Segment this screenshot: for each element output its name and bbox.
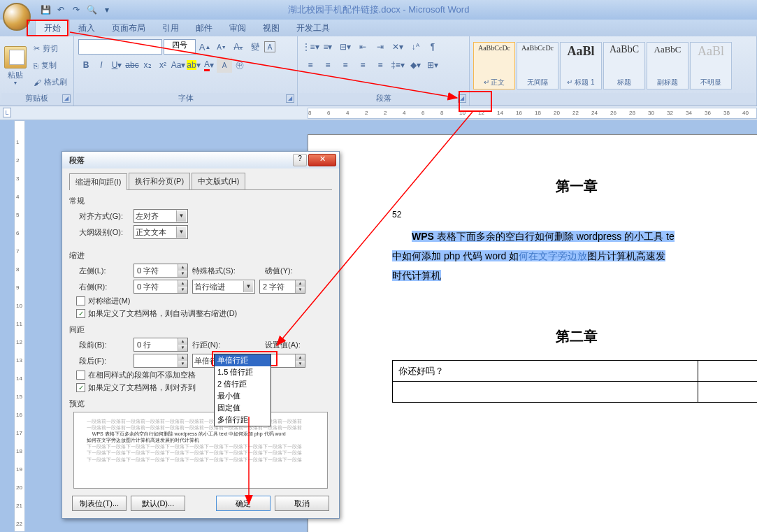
subscript-button[interactable]: x₂ — [140, 57, 155, 73]
tabs-button[interactable]: 制表位(T)... — [72, 496, 127, 511]
bold-button[interactable]: B — [78, 57, 94, 73]
style-item-5[interactable]: AaBl不明显 — [690, 42, 732, 89]
cancel-button[interactable]: 取消 — [275, 496, 329, 511]
special-format-combo[interactable]: 首行缩进▼ — [192, 280, 255, 294]
font-size-combo[interactable]: 四号 — [164, 39, 196, 55]
char-shading-button[interactable]: A — [217, 57, 232, 73]
left-indent-label: 左侧(L): — [79, 266, 129, 276]
dropdown-item[interactable]: 固定值 — [215, 402, 271, 414]
at-label: 设置值(A): — [265, 340, 304, 350]
right-indent-spinner[interactable]: 0 字符▲▼ — [134, 280, 188, 294]
left-indent-spinner[interactable]: 0 字符▲▼ — [134, 264, 188, 278]
outline-combo[interactable]: 正文文本▼ — [134, 225, 188, 239]
style-item-3[interactable]: AaBbC标题 — [603, 42, 645, 89]
tab-developer[interactable]: 开发工具 — [288, 20, 338, 36]
snap-grid-checkbox[interactable]: ✓ — [76, 383, 85, 392]
horizontal-ruler[interactable]: 8642246810121416182022242628303234363840 — [308, 108, 757, 119]
table-cell[interactable] — [393, 382, 698, 403]
bullets-icon[interactable]: ⋮≡▾ — [302, 39, 319, 55]
enclosed-char-button[interactable]: ㊥ — [232, 57, 247, 73]
format-painter-button[interactable]: 🖌格式刷 — [31, 75, 70, 90]
font-name-combo[interactable] — [78, 39, 162, 55]
align-right-icon[interactable]: ≡ — [337, 57, 354, 73]
table-cell[interactable] — [698, 382, 757, 403]
font-color-button[interactable]: A▾ — [201, 57, 217, 73]
dlg-tab-asian[interactable]: 中文版式(H) — [192, 173, 245, 189]
tab-selector[interactable]: L — [3, 108, 11, 117]
auto-adjust-checkbox[interactable]: ✓ — [76, 309, 85, 318]
dialog-titlebar[interactable]: 段落 ? ✕ — [62, 152, 339, 168]
default-button[interactable]: 默认(D)... — [131, 496, 185, 511]
mirror-indent-checkbox[interactable] — [76, 296, 85, 305]
font-launcher[interactable]: ◢ — [286, 94, 294, 103]
superscript-button[interactable]: x² — [155, 57, 171, 73]
table-cell[interactable]: 你还好吗？ — [393, 361, 698, 382]
paragraph-dialog: 段落 ? ✕ 缩进和间距(I) 换行和分页(P) 中文版式(H) 常规 对齐方式… — [62, 151, 340, 519]
tab-layout[interactable]: 页面布局 — [103, 20, 154, 36]
increase-indent-icon[interactable]: ⇥ — [372, 39, 389, 55]
char-border-icon[interactable]: A — [264, 41, 275, 52]
clear-format-icon[interactable]: Aₓ — [231, 39, 246, 55]
vertical-ruler[interactable]: 12345678910111213141516171819202122 — [14, 120, 25, 532]
change-case-button[interactable]: Aa▾ — [171, 57, 186, 73]
tab-mailings[interactable]: 邮件 — [187, 20, 221, 36]
document-table[interactable]: 你还好吗？ — [392, 360, 757, 403]
scissors-icon: ✂ — [34, 44, 40, 53]
after-spinner[interactable]: ▲▼ — [134, 354, 188, 368]
style-item-2[interactable]: AaBl↵ 标题 1 — [560, 42, 602, 89]
tab-view[interactable]: 视图 — [254, 20, 288, 36]
grow-font-icon[interactable]: A▲ — [197, 39, 212, 55]
print-preview-icon[interactable]: 🔍 — [85, 3, 98, 16]
asian-layout-icon[interactable]: ✕▾ — [389, 39, 406, 55]
multilevel-icon[interactable]: ⊟▾ — [337, 39, 354, 55]
dlg-tab-linebreak[interactable]: 换行和分页(P) — [129, 173, 190, 189]
dropdown-item[interactable]: 2 倍行距 — [215, 378, 271, 390]
align-center-icon[interactable]: ≡ — [319, 57, 336, 73]
window-title: 湖北校园手机配件链接.docx - Microsoft Word — [288, 3, 470, 16]
cut-button[interactable]: ✂剪切 — [31, 41, 70, 57]
borders-icon[interactable]: ⊞▾ — [424, 57, 441, 73]
shrink-font-icon[interactable]: A▼ — [214, 39, 229, 55]
no-space-same-checkbox[interactable] — [76, 371, 85, 380]
clipboard-launcher[interactable]: ◢ — [62, 94, 71, 103]
tab-references[interactable]: 引用 — [154, 20, 187, 36]
copy-button[interactable]: ⎘复制 — [31, 58, 70, 73]
underline-button[interactable]: U▾ — [109, 57, 124, 73]
tab-review[interactable]: 审阅 — [221, 20, 254, 36]
shading-icon[interactable]: ◆▾ — [407, 57, 424, 73]
dialog-close-button[interactable]: ✕ — [308, 154, 336, 166]
document-page[interactable]: 第一章 52 WPSWPS 表格下面多余的空白行如何删除 wordpress 的… — [308, 134, 757, 532]
tab-insert[interactable]: 插入 — [70, 20, 103, 36]
style-item-1[interactable]: AaBbCcDc无间隔 — [517, 42, 558, 89]
strikethrough-button[interactable]: abc — [124, 57, 140, 73]
paste-button[interactable]: 粘贴 ▼ — [1, 40, 29, 92]
dropdown-item[interactable]: 单倍行距 — [215, 354, 271, 366]
sort-icon[interactable]: ↓ᴬ — [407, 39, 424, 55]
style-item-4[interactable]: AaBbC副标题 — [647, 42, 688, 89]
redo-icon[interactable]: ↷ — [70, 3, 82, 16]
highlight-button[interactable]: ab▾ — [186, 57, 201, 73]
phonetic-guide-icon[interactable]: 變 — [247, 39, 263, 55]
style-item-0[interactable]: AaBbCcDc↵ 正文 — [473, 42, 515, 89]
justify-icon[interactable]: ≡ — [354, 57, 371, 73]
dlg-tab-indent[interactable]: 缩进和间距(I) — [69, 173, 127, 190]
show-marks-icon[interactable]: ¶ — [424, 39, 441, 55]
qat-dropdown-icon[interactable]: ▾ — [101, 3, 113, 16]
italic-button[interactable]: I — [94, 57, 109, 73]
dropdown-item[interactable]: 1.5 倍行距 — [215, 366, 271, 378]
align-left-icon[interactable]: ≡ — [302, 57, 319, 73]
before-spinner[interactable]: 0 行▲▼ — [134, 338, 188, 352]
dialog-help-button[interactable]: ? — [293, 154, 307, 166]
save-icon[interactable]: 💾 — [39, 3, 52, 16]
undo-icon[interactable]: ↶ — [55, 3, 67, 16]
dropdown-item[interactable]: 最小值 — [215, 390, 271, 402]
decrease-indent-icon[interactable]: ⇤ — [354, 39, 371, 55]
table-cell[interactable] — [698, 361, 757, 382]
line-spacing-icon[interactable]: ‡≡▾ — [389, 57, 406, 73]
ok-button[interactable]: 确定 — [216, 496, 271, 511]
by-spinner[interactable]: 2 字符▲▼ — [259, 280, 305, 294]
numbering-icon[interactable]: ≡▾ — [319, 39, 336, 55]
dropdown-item[interactable]: 多倍行距 — [215, 414, 271, 426]
distributed-icon[interactable]: ≡ — [372, 57, 389, 73]
alignment-combo[interactable]: 左对齐▼ — [134, 209, 188, 223]
